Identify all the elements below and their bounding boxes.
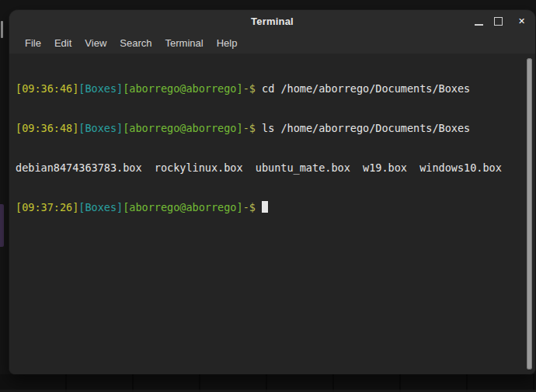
menu-item-view[interactable]: View: [85, 37, 106, 49]
desktop-artifact-purple: [0, 204, 4, 247]
menu-item-help[interactable]: Help: [217, 37, 238, 49]
maximize-button[interactable]: [494, 17, 503, 26]
prompt-dir: [Boxes]: [78, 122, 123, 134]
window-controls: ✕: [475, 10, 530, 33]
terminal-output-line: debian8474363783.box rockylinux.box ubun…: [16, 161, 535, 175]
terminal-cursor: [262, 201, 268, 213]
titlebar[interactable]: Terminal ✕: [9, 10, 535, 33]
prompt-dir: [Boxes]: [78, 82, 123, 95]
terminal-screen[interactable]: [09:36:46][Boxes][aborrego@aborrego]-$ c…: [9, 54, 535, 374]
desktop-wallpaper-pattern: [0, 374, 536, 392]
menu-item-terminal[interactable]: Terminal: [165, 37, 204, 49]
scrollbar-thumb[interactable]: [527, 58, 532, 369]
prompt-dir: [Boxes]: [78, 201, 123, 213]
minimize-icon: [475, 24, 483, 26]
prompt-user-host: [aborrego@aborrego]: [123, 201, 242, 213]
maximize-icon: [494, 17, 503, 26]
ls-output: debian8474363783.box rockylinux.box ubun…: [16, 161, 502, 174]
command-text: cd /home/aborrego/Documents/Boxes: [262, 82, 470, 95]
terminal-line: [09:36:46][Boxes][aborrego@aborrego]-$ c…: [16, 82, 535, 95]
prompt-time: [09:37:26]: [16, 201, 78, 213]
command-text: ls /home/aborrego/Documents/Boxes: [262, 122, 470, 134]
prompt-time: [09:36:48]: [16, 122, 78, 134]
window-title: Terminal: [251, 16, 294, 27]
terminal-line: [09:36:48][Boxes][aborrego@aborrego]-$ l…: [16, 122, 535, 135]
menu-item-search[interactable]: Search: [120, 37, 151, 49]
prompt-suffix: -$: [243, 122, 262, 134]
minimize-button[interactable]: [475, 21, 483, 23]
prompt-suffix: -$: [243, 82, 262, 95]
prompt-suffix: -$: [243, 201, 262, 213]
desktop-background: Terminal ✕ File Edit View Search Termina…: [0, 0, 536, 392]
terminal-window: Terminal ✕ File Edit View Search Termina…: [9, 10, 535, 374]
terminal-line: [09:37:26][Boxes][aborrego@aborrego]-$: [16, 201, 535, 214]
menubar: File Edit View Search Terminal Help: [9, 33, 535, 54]
menu-item-file[interactable]: File: [25, 37, 41, 49]
desktop-artifact-light: [1, 21, 3, 38]
prompt-user-host: [aborrego@aborrego]: [123, 122, 242, 134]
close-icon: ✕: [518, 17, 525, 26]
prompt-user-host: [aborrego@aborrego]: [123, 82, 242, 95]
close-button[interactable]: ✕: [513, 13, 530, 29]
menu-item-edit[interactable]: Edit: [54, 37, 71, 49]
prompt-time: [09:36:46]: [16, 82, 78, 95]
